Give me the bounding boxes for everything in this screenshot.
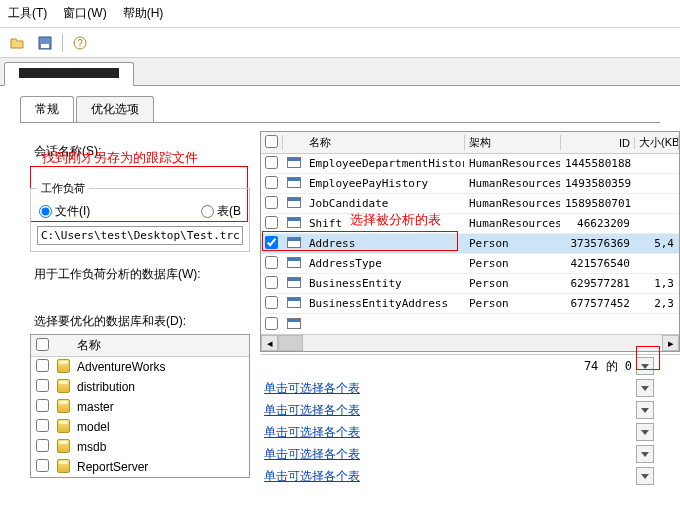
cell-id: 421576540 — [561, 257, 635, 270]
chevron-down-icon — [641, 364, 649, 369]
scroll-thumb[interactable] — [278, 335, 303, 351]
table-icon — [287, 257, 301, 268]
db-row-name: master — [73, 400, 249, 414]
table-row[interactable]: AddressPerson3735763695,4 — [261, 234, 679, 254]
table-row-checkbox[interactable] — [265, 296, 278, 309]
table-row[interactable]: BusinessEntityPerson6295772811,3 — [261, 274, 679, 294]
table-icon — [287, 177, 301, 188]
table-row-checkbox[interactable] — [265, 317, 278, 330]
table-row[interactable]: EmployeeDepartmentHistoryHumanResources1… — [261, 154, 679, 174]
menu-help[interactable]: 帮助(H) — [123, 5, 164, 22]
table-row-partial[interactable] — [261, 314, 679, 334]
scroll-right-icon[interactable]: ▸ — [662, 335, 679, 351]
table-icon — [287, 277, 301, 288]
select-tables-link[interactable]: 单击可选择各个表 — [264, 381, 360, 395]
db-header-checkbox[interactable] — [36, 338, 49, 351]
file-path-input[interactable] — [37, 226, 243, 245]
database-icon — [57, 419, 70, 433]
select-tables-link[interactable]: 单击可选择各个表 — [264, 425, 360, 439]
col-name[interactable]: 名称 — [305, 135, 465, 150]
chevron-down-icon — [641, 386, 649, 391]
db-row-checkbox[interactable] — [36, 419, 49, 432]
cell-schema: HumanResources — [465, 217, 561, 230]
save-icon[interactable] — [34, 32, 56, 54]
table-row-checkbox[interactable] — [265, 216, 278, 229]
col-size[interactable]: 大小(KB — [635, 135, 679, 150]
help-icon[interactable]: ? — [69, 32, 91, 54]
table-header-checkbox[interactable] — [265, 135, 278, 148]
db-row-checkbox[interactable] — [36, 379, 49, 392]
toolbar-separator — [62, 34, 63, 52]
select-tables-link[interactable]: 单击可选择各个表 — [264, 469, 360, 483]
col-schema[interactable]: 架构 — [465, 135, 561, 150]
cell-schema: HumanResources — [465, 157, 561, 170]
open-icon[interactable] — [6, 32, 28, 54]
menu-tools[interactable]: 工具(T) — [8, 5, 47, 22]
menu-window[interactable]: 窗口(W) — [63, 5, 106, 22]
cell-name: Address — [305, 237, 465, 250]
table-row-checkbox[interactable] — [265, 276, 278, 289]
table-row-checkbox[interactable] — [265, 196, 278, 209]
cell-name: BusinessEntity — [305, 277, 465, 290]
radio-table[interactable]: 表(B — [201, 203, 241, 220]
cell-name: JobCandidate — [305, 197, 465, 210]
table-row[interactable]: ShiftHumanResources46623209 — [261, 214, 679, 234]
cell-size: 1,3 — [635, 277, 679, 290]
redacted-tab-title — [19, 68, 119, 78]
cell-schema: Person — [465, 257, 561, 270]
table-row-checkbox[interactable] — [265, 156, 278, 169]
db-row-checkbox[interactable] — [36, 359, 49, 372]
cell-id: 46623209 — [561, 217, 635, 230]
cell-name: AddressType — [305, 257, 465, 270]
chevron-down-icon — [641, 474, 649, 479]
cell-id: 677577452 — [561, 297, 635, 310]
table-icon — [287, 217, 301, 228]
cell-schema: Person — [465, 277, 561, 290]
database-icon — [57, 379, 70, 393]
select-dropdown[interactable] — [636, 445, 654, 463]
db-row-name: ReportServer — [73, 460, 249, 474]
count-label: 74 的 0 — [260, 358, 632, 375]
select-tables-link[interactable]: 单击可选择各个表 — [264, 403, 360, 417]
table-row-checkbox[interactable] — [265, 236, 278, 249]
select-tables-link[interactable]: 单击可选择各个表 — [264, 447, 360, 461]
table-row-checkbox[interactable] — [265, 256, 278, 269]
db-row-name: msdb — [73, 440, 249, 454]
col-id[interactable]: ID — [561, 137, 635, 149]
table-row[interactable]: AddressTypePerson421576540 — [261, 254, 679, 274]
svg-text:?: ? — [77, 38, 83, 49]
radio-table-input[interactable] — [201, 205, 214, 218]
radio-file-input[interactable] — [39, 205, 52, 218]
document-tab-row — [0, 58, 680, 86]
table-icon — [287, 297, 301, 308]
document-tab[interactable] — [4, 62, 134, 86]
select-dropdown[interactable] — [636, 423, 654, 441]
db-row-checkbox[interactable] — [36, 399, 49, 412]
scroll-left-icon[interactable]: ◂ — [261, 335, 278, 351]
db-row-checkbox[interactable] — [36, 439, 49, 452]
tab-general[interactable]: 常规 — [20, 96, 74, 122]
table-row[interactable]: JobCandidateHumanResources1589580701 — [261, 194, 679, 214]
select-dropdown[interactable] — [636, 379, 654, 397]
select-dropdown[interactable] — [636, 401, 654, 419]
count-dropdown[interactable] — [636, 357, 654, 375]
cell-id: 1445580188 — [561, 157, 635, 170]
database-icon — [57, 459, 70, 473]
h-scrollbar[interactable]: ◂ ▸ — [261, 334, 679, 351]
database-list: 名称 AdventureWorks distribution master mo… — [30, 334, 250, 478]
cell-id: 373576369 — [561, 237, 635, 250]
annotation-find-file: 找到刚才另存为的跟踪文件 — [42, 149, 198, 167]
select-dropdown[interactable] — [636, 467, 654, 485]
cell-name: EmployeePayHistory — [305, 177, 465, 190]
tab-optimize[interactable]: 优化选项 — [76, 96, 154, 122]
toolbar: ? — [0, 28, 680, 58]
table-icon — [287, 157, 301, 168]
table-row[interactable]: EmployeePayHistoryHumanResources14935803… — [261, 174, 679, 194]
db-row-name: distribution — [73, 380, 249, 394]
table-row[interactable]: BusinessEntityAddressPerson6775774522,3 — [261, 294, 679, 314]
radio-file[interactable]: 文件(I) — [39, 203, 90, 220]
table-row-checkbox[interactable] — [265, 176, 278, 189]
table-icon — [287, 237, 301, 248]
db-row-checkbox[interactable] — [36, 459, 49, 472]
workload-group-title: 工作负荷 — [37, 181, 89, 196]
